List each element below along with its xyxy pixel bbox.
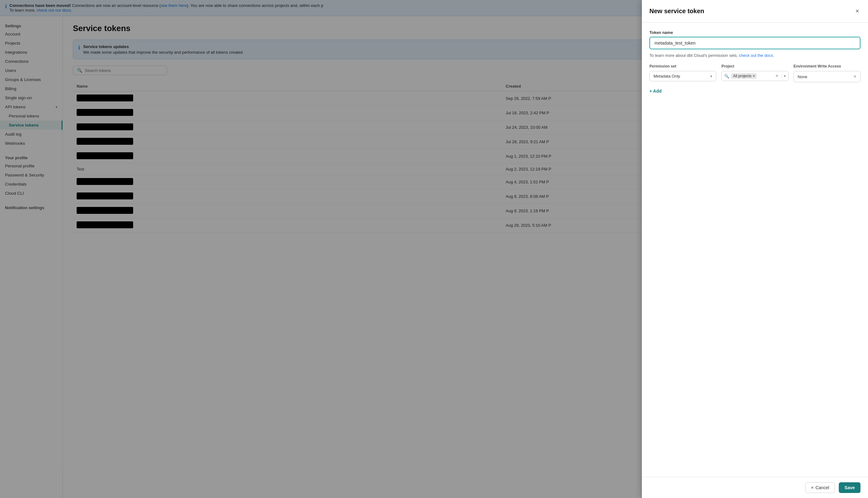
- docs-link[interactable]: check out the docs.: [739, 53, 774, 58]
- new-service-token-modal: New service token × Token name To learn …: [642, 0, 868, 498]
- search-icon: 🔍: [724, 74, 729, 79]
- project-label: Project: [721, 64, 788, 68]
- modal-header: New service token ×: [642, 0, 868, 23]
- save-button[interactable]: Save: [839, 482, 860, 493]
- cancel-button[interactable]: × Cancel: [805, 482, 836, 493]
- project-col: Project 🔍 All projects × × ▾: [721, 64, 788, 81]
- permission-set-value: Metadata Only: [654, 74, 680, 79]
- add-permission-button[interactable]: + Add: [649, 86, 662, 96]
- modal-close-button[interactable]: ×: [854, 6, 860, 16]
- modal-overlay: New service token × Token name To learn …: [0, 0, 868, 498]
- project-tag-input[interactable]: 🔍 All projects × × ▾: [721, 71, 788, 81]
- project-tag: All projects ×: [731, 73, 757, 79]
- chevron-down-icon: ▾: [710, 74, 712, 79]
- clear-env-write-button[interactable]: ×: [854, 74, 856, 79]
- cancel-icon: ×: [811, 485, 814, 490]
- permission-grid: Permission set Metadata Only ▾ Project 🔍…: [649, 64, 860, 82]
- env-write-col: Environment Write Access None ×: [793, 64, 860, 82]
- env-write-label: Environment Write Access: [793, 64, 860, 68]
- form-hint: To learn more about dbt Cloud's permissi…: [649, 53, 860, 58]
- permission-set-label: Permission set: [649, 64, 716, 68]
- permission-set-col: Permission set Metadata Only ▾: [649, 64, 716, 81]
- permission-set-select[interactable]: Metadata Only ▾: [649, 71, 716, 81]
- token-name-label: Token name: [649, 30, 860, 35]
- token-name-input[interactable]: [649, 37, 860, 49]
- env-write-value: None: [798, 75, 807, 79]
- project-tag-remove[interactable]: ×: [753, 74, 755, 78]
- modal-body: Token name To learn more about dbt Cloud…: [642, 23, 868, 477]
- clear-project-button[interactable]: ×: [774, 73, 779, 79]
- env-write-field[interactable]: None ×: [793, 71, 860, 82]
- chevron-down-icon[interactable]: ▾: [781, 74, 786, 78]
- modal-title: New service token: [649, 8, 705, 15]
- modal-footer: × Cancel Save: [642, 477, 868, 498]
